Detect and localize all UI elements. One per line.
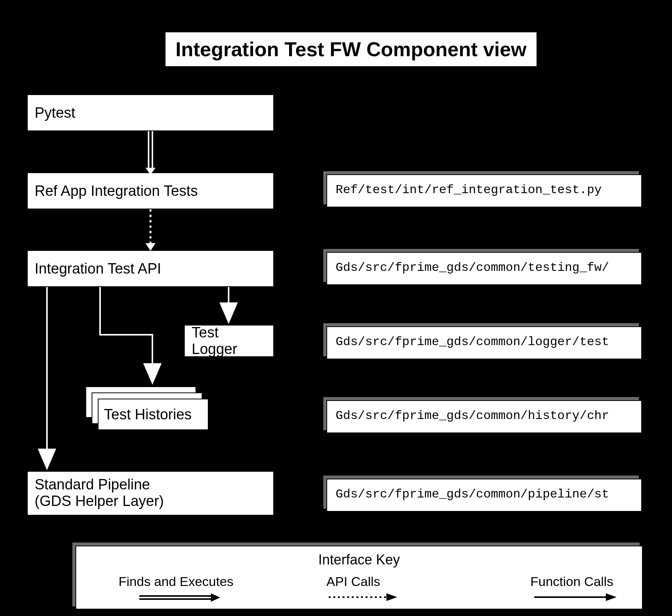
interface-key: Interface Key Finds and Executes API Cal… <box>75 546 643 609</box>
svg-marker-12 <box>145 243 155 251</box>
key-finds-label: Finds and Executes <box>119 574 234 589</box>
component-pytest-label: Pytest <box>35 105 75 121</box>
svg-marker-4 <box>386 593 397 601</box>
component-histories-label: Test Histories <box>104 406 192 423</box>
component-api-label: Integration Test API <box>35 260 161 277</box>
svg-marker-6 <box>606 593 617 601</box>
component-logger-label: Test Logger <box>192 324 266 357</box>
key-finds-arrow-icon <box>139 593 220 604</box>
key-func-calls-arrow-icon <box>534 593 617 602</box>
svg-marker-2 <box>211 593 220 602</box>
path-logger-text: Gds/src/fprime_gds/common/logger/test <box>336 335 609 349</box>
component-pipeline-label-2: (GDS Helper Layer) <box>35 493 266 509</box>
diagram-title-text: Integration Test FW Component view <box>176 38 527 60</box>
arrow-refapp-to-api <box>145 209 155 251</box>
component-pipeline-label-1: Standard Pipeline <box>35 476 266 493</box>
component-pytest: Pytest <box>27 94 274 131</box>
component-histories: Test Histories <box>98 399 209 430</box>
path-histories: Gds/src/fprime_gds/common/history/chr <box>326 400 642 433</box>
path-ref-app-text: Ref/test/int/ref_integration_test.py <box>336 183 602 197</box>
arrow-pytest-to-refapp <box>145 131 155 175</box>
diagram-title: Integration Test FW Component view <box>165 32 537 67</box>
component-api: Integration Test API <box>27 250 274 287</box>
arrows-layer <box>0 0 672 616</box>
component-pipeline: Standard Pipeline (GDS Helper Layer) <box>27 471 274 516</box>
path-api: Gds/src/fprime_gds/common/testing_fw/ <box>326 252 642 285</box>
path-histories-text: Gds/src/fprime_gds/common/history/chr <box>336 409 609 423</box>
path-api-text: Gds/src/fprime_gds/common/testing_fw/ <box>336 260 609 275</box>
arrow-api-to-histories <box>100 287 152 383</box>
path-ref-app: Ref/test/int/ref_integration_test.py <box>326 174 642 207</box>
component-logger: Test Logger <box>184 325 274 357</box>
interface-key-title: Interface Key <box>318 552 400 568</box>
component-ref-app-label: Ref App Integration Tests <box>35 183 198 199</box>
component-ref-app: Ref App Integration Tests <box>27 172 274 209</box>
key-api-calls-label: API Calls <box>326 574 380 589</box>
path-pipeline: Gds/src/fprime_gds/common/pipeline/st <box>326 479 642 512</box>
key-api-calls-arrow-icon <box>329 593 398 602</box>
path-pipeline-text: Gds/src/fprime_gds/common/pipeline/st <box>336 487 609 501</box>
path-logger: Gds/src/fprime_gds/common/logger/test <box>326 326 642 359</box>
key-func-calls-label: Function Calls <box>530 574 613 589</box>
